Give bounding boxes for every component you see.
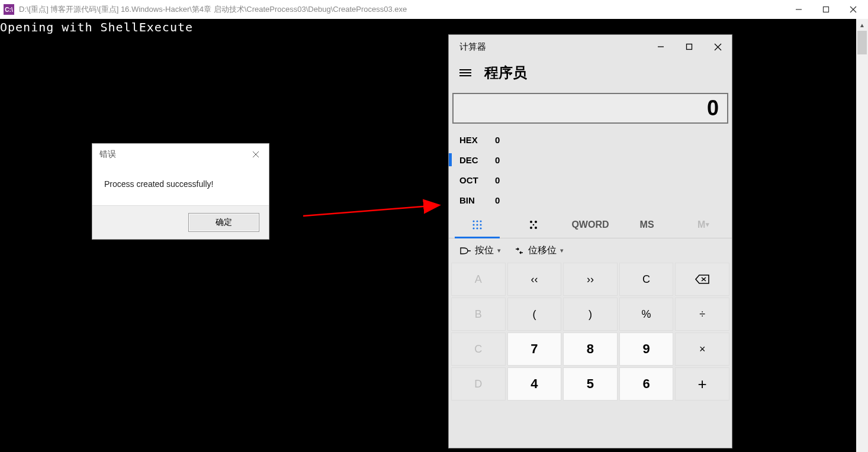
calc-tabs: QWORD MS M▾ (449, 211, 732, 238)
key-8[interactable]: 8 (563, 332, 618, 366)
key-lshift[interactable]: ‹‹ (507, 263, 562, 296)
keypad-icon (471, 219, 483, 231)
base-hex-value: 0 (495, 135, 500, 145)
key-a: A (451, 263, 506, 296)
dialog-close-button[interactable] (250, 148, 262, 160)
svg-point-27 (533, 224, 535, 225)
gate-icon (459, 247, 471, 255)
key-multiply[interactable]: × (675, 332, 729, 366)
key-4[interactable]: 4 (507, 367, 562, 401)
calc-close-button[interactable] (703, 35, 732, 59)
shift-icon (514, 247, 525, 255)
hamburger-icon[interactable] (459, 69, 471, 77)
calc-minimize-button[interactable] (647, 35, 675, 59)
base-dec-value: 0 (495, 155, 500, 165)
base-dec[interactable]: DEC 0 (457, 150, 721, 170)
svg-point-25 (530, 227, 532, 229)
calc-keypad: A ‹‹ ›› C B ( ) % ÷ C 7 8 9 × D 4 5 6 + (449, 263, 732, 403)
base-dec-label: DEC (459, 155, 495, 165)
svg-point-17 (472, 224, 474, 225)
tab-qword[interactable]: QWORD (562, 211, 619, 238)
base-hex-label: HEX (459, 135, 495, 145)
bitshift-dropdown[interactable]: 位移位 ▾ (514, 244, 564, 257)
svg-rect-8 (687, 44, 692, 50)
window-title: D:\[重点] 博客开源代码\[重点] 16.Windows-Hacker\第4… (19, 4, 785, 15)
calc-shift-bar: 按位 ▾ 位移位 ▾ (449, 238, 732, 263)
key-7[interactable]: 7 (507, 332, 562, 366)
calculator-window: 计算器 程序员 0 HEX 0 DEC 0 OCT 0 BIN (448, 34, 732, 448)
bitwise-dropdown[interactable]: 按位 ▾ (459, 244, 501, 257)
base-oct[interactable]: OCT 0 (457, 170, 721, 190)
key-backspace[interactable] (675, 263, 729, 296)
tab-m: M▾ (675, 211, 732, 238)
window-controls (785, 1, 867, 18)
maximize-button[interactable] (812, 1, 840, 18)
console-line: Opening with ShellExecute (0, 20, 193, 34)
base-bin-value: 0 (495, 195, 500, 205)
svg-point-21 (476, 227, 478, 229)
base-bin-label: BIN (459, 195, 495, 205)
key-divide[interactable]: ÷ (675, 298, 729, 331)
svg-point-16 (480, 220, 481, 222)
outer-window-titlebar: C:\ D:\[重点] 博客开源代码\[重点] 16.Windows-Hacke… (0, 0, 868, 19)
base-oct-label: OCT (459, 175, 495, 185)
calc-bases: HEX 0 DEC 0 OCT 0 BIN 0 (449, 124, 732, 211)
base-bin[interactable]: BIN 0 (457, 190, 721, 210)
key-d: D (451, 367, 506, 401)
svg-point-15 (476, 220, 478, 222)
key-b: B (451, 298, 506, 331)
key-c-hex: C (451, 332, 506, 366)
calc-mode-label: 程序员 (484, 63, 527, 82)
close-button[interactable] (840, 1, 867, 18)
dialog-message: Process created successfully! (92, 165, 269, 205)
tab-bits[interactable] (506, 211, 562, 238)
bits-icon (528, 219, 539, 231)
svg-point-18 (476, 224, 478, 225)
key-open-paren[interactable]: ( (507, 298, 562, 331)
calc-titlebar: 计算器 (449, 35, 732, 59)
dialog-titlebar: 错误 (92, 144, 269, 165)
dialog-footer: 确定 (92, 205, 269, 239)
scroll-up-arrow[interactable]: ▲ (856, 19, 868, 31)
svg-point-24 (535, 221, 537, 223)
minimize-button[interactable] (785, 1, 812, 18)
dialog-title: 错误 (99, 149, 250, 160)
base-oct-value: 0 (495, 175, 500, 185)
key-rshift[interactable]: ›› (563, 263, 618, 296)
tab-ms[interactable]: MS (619, 211, 676, 238)
key-9[interactable]: 9 (619, 332, 674, 366)
key-percent[interactable]: % (619, 298, 674, 331)
calc-maximize-button[interactable] (675, 35, 703, 59)
svg-point-22 (480, 227, 481, 229)
svg-point-14 (472, 220, 474, 222)
key-5[interactable]: 5 (563, 367, 618, 401)
scroll-thumb[interactable] (857, 31, 867, 54)
ok-button[interactable]: 确定 (188, 213, 259, 232)
tab-keypad[interactable] (449, 211, 506, 238)
svg-point-20 (472, 227, 474, 229)
key-6[interactable]: 6 (619, 367, 674, 401)
svg-rect-1 (824, 7, 829, 12)
backspace-icon (695, 274, 710, 285)
calc-header: 程序员 (449, 59, 732, 93)
chevron-down-icon: ▾ (560, 247, 564, 254)
message-dialog: 错误 Process created successfully! 确定 (92, 143, 269, 240)
base-hex[interactable]: HEX 0 (457, 130, 721, 150)
svg-point-26 (535, 227, 537, 229)
app-icon: C:\ (4, 4, 14, 15)
svg-point-23 (530, 221, 532, 223)
chevron-down-icon: ▾ (497, 247, 501, 254)
calc-title: 计算器 (459, 41, 647, 53)
calc-display: 0 (452, 93, 728, 124)
key-close-paren[interactable]: ) (563, 298, 618, 331)
vertical-scrollbar[interactable]: ▲ (856, 19, 868, 452)
key-clear[interactable]: C (619, 263, 674, 296)
svg-point-19 (480, 224, 481, 225)
key-plus[interactable]: + (675, 367, 729, 401)
